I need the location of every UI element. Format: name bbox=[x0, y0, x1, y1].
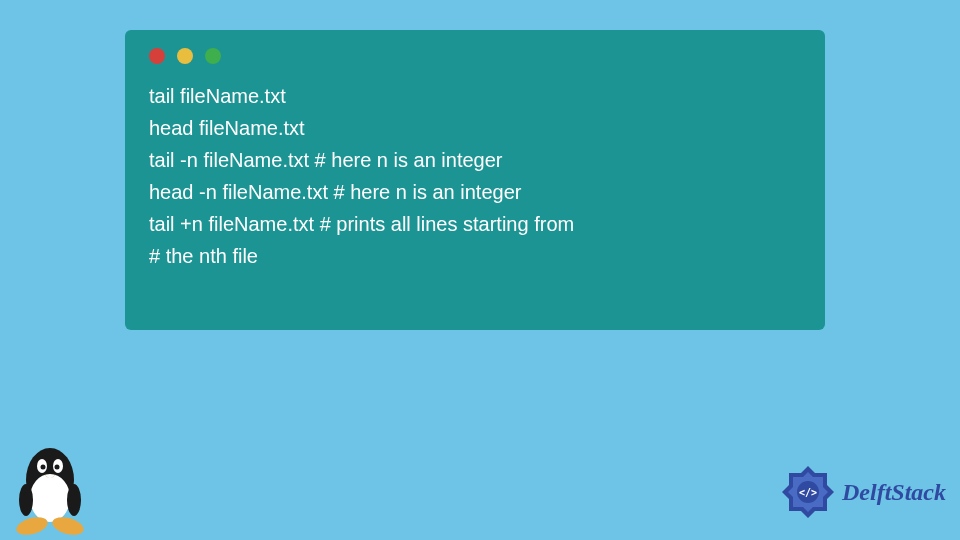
close-icon[interactable] bbox=[149, 48, 165, 64]
delftstack-logo-icon: </> bbox=[780, 464, 836, 520]
window-controls bbox=[149, 48, 801, 64]
minimize-icon[interactable] bbox=[177, 48, 193, 64]
terminal-window: tail fileName.txt head fileName.txt tail… bbox=[125, 30, 825, 330]
code-block: tail fileName.txt head fileName.txt tail… bbox=[149, 80, 801, 272]
svg-point-4 bbox=[41, 465, 46, 470]
code-line: head -n fileName.txt # here n is an inte… bbox=[149, 176, 801, 208]
svg-point-1 bbox=[30, 474, 70, 522]
svg-point-8 bbox=[19, 484, 33, 516]
svg-point-5 bbox=[55, 465, 60, 470]
code-line: tail +n fileName.txt # prints all lines … bbox=[149, 208, 801, 240]
code-line: # the nth file bbox=[149, 240, 801, 272]
brand-name: DelftStack bbox=[842, 479, 946, 506]
linux-tux-icon bbox=[8, 440, 92, 536]
maximize-icon[interactable] bbox=[205, 48, 221, 64]
svg-point-9 bbox=[67, 484, 81, 516]
code-line: tail fileName.txt bbox=[149, 80, 801, 112]
delftstack-brand: </> DelftStack bbox=[780, 464, 946, 520]
svg-text:</>: </> bbox=[799, 487, 817, 498]
code-line: tail -n fileName.txt # here n is an inte… bbox=[149, 144, 801, 176]
code-line: head fileName.txt bbox=[149, 112, 801, 144]
